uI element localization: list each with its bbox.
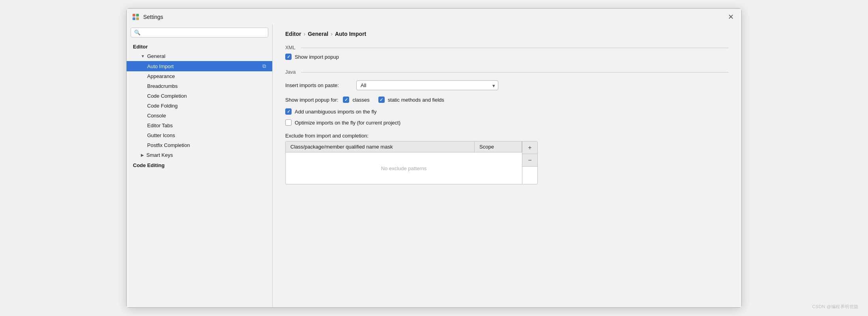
table-col-main: Class/package/member qualified name mask [286,141,475,152]
close-button[interactable]: ✕ [726,13,735,21]
sidebar-item-auto-import[interactable]: Auto Import ⧉ [127,61,272,71]
add-unambiguous-label: Add unambiguous imports on the fly [295,109,376,115]
static-methods-checkbox-wrap[interactable]: ✓ static methods and fields [378,97,444,103]
optimize-imports-label: Optimize imports on the fly (for current… [295,120,400,126]
xml-show-import-popup-label: Show import popup [295,54,339,60]
title-bar: Settings ✕ [127,9,741,24]
search-bar: 🔍 [127,24,272,41]
classes-checkbox-wrap[interactable]: ✓ classes [343,97,369,103]
breadcrumb-general: General [308,31,328,37]
insert-imports-row: Insert imports on paste: All Ask None ▾ [285,75,729,93]
breadcrumb-auto-import: Auto Import [335,31,366,37]
table-data: Class/package/member qualified name mask… [286,141,522,184]
add-unambiguous-check-icon: ✓ [287,110,290,114]
sidebar-item-breadcrumbs[interactable]: Breadcrumbs [127,81,272,91]
xml-content-area: ✓ Show import popup [273,50,741,61]
sidebar-item-label-postfix-completion: Postfix Completion [147,142,190,148]
app-icon [131,13,140,21]
nav-group-general: ▼ General Auto Import ⧉ Appearance Bread… [127,51,272,160]
remove-pattern-button[interactable]: − [522,154,537,167]
no-patterns-label: No exclude patterns [381,156,427,181]
add-unambiguous-row: ✓ Add unambiguous imports on the fly [285,105,729,116]
svg-rect-2 [133,17,135,20]
sidebar-item-label-breadcrumbs: Breadcrumbs [147,83,178,89]
sidebar-item-smart-keys[interactable]: ▶ Smart Keys [127,150,272,160]
classes-label: classes [352,97,369,103]
title-bar-left: Settings [131,13,163,21]
sidebar-item-general[interactable]: ▼ General [127,51,272,61]
java-section-line [301,72,729,72]
xml-section-line [301,48,729,48]
insert-imports-select[interactable]: All Ask None [356,80,498,90]
sidebar-item-label-general: General [147,53,165,59]
insert-imports-label: Insert imports on paste: [285,82,352,88]
sidebar-item-postfix-completion[interactable]: Postfix Completion [127,140,272,150]
optimize-imports-row: Optimize imports on the fly (for current… [285,116,729,127]
classes-checkbox[interactable]: ✓ [343,97,349,103]
sidebar-item-label-code-completion: Code Completion [147,93,187,99]
static-methods-checkbox-check: ✓ [380,98,383,102]
nav-arrow-general: ▼ [141,54,145,58]
breadcrumb-editor: Editor [285,31,301,37]
checkbox-check-icon: ✓ [287,55,290,59]
search-icon: 🔍 [134,30,140,35]
classes-checkbox-check: ✓ [344,98,348,102]
breadcrumb: Editor › General › Auto Import [273,24,741,41]
xml-show-import-popup-row: ✓ Show import popup [285,50,729,61]
sidebar-item-label-editor-tabs: Editor Tabs [147,123,173,128]
exclude-table-body: No exclude patterns [286,152,522,184]
insert-imports-select-wrapper: All Ask None ▾ [356,80,498,90]
svg-rect-0 [133,14,135,17]
svg-rect-1 [136,14,139,17]
breadcrumb-sep2: › [331,31,333,37]
editor-section-label: Editor [127,41,272,51]
window-title: Settings [143,14,163,20]
sidebar-item-appearance[interactable]: Appearance [127,71,272,81]
sidebar-item-label-console: Console [147,113,166,119]
optimize-imports-checkbox-wrap[interactable]: Optimize imports on the fly (for current… [285,119,400,126]
static-methods-checkbox[interactable]: ✓ [378,97,385,103]
sidebar-item-label-gutter-icons: Gutter Icons [147,132,175,138]
xml-show-import-popup-checkbox[interactable]: ✓ [285,54,292,60]
exclude-table: Class/package/member qualified name mask… [285,141,538,184]
copy-icon: ⧉ [262,63,266,69]
code-editing-section-label: Code Editing [127,160,272,170]
main-content: Editor › General › Auto Import XML ✓ Sho… [273,24,741,307]
watermark: CSDN @编程界明世隐 [812,304,859,310]
optimize-imports-checkbox[interactable] [285,119,292,126]
breadcrumb-sep1: › [303,31,305,37]
xml-show-import-popup-checkbox-wrap[interactable]: ✓ Show import popup [285,54,339,60]
search-input-wrap[interactable]: 🔍 [131,28,268,37]
add-unambiguous-checkbox-wrap[interactable]: ✓ Add unambiguous imports on the fly [285,108,376,115]
exclude-table-header: Class/package/member qualified name mask… [286,141,522,152]
xml-section-title: XML [273,41,741,50]
java-section-title: Java [273,65,741,75]
sidebar-item-label-auto-import: Auto Import [147,63,174,69]
exclude-section: Exclude from import and completion: Clas… [285,133,729,184]
svg-rect-3 [136,17,139,20]
sidebar-item-console[interactable]: Console [127,111,272,121]
sidebar-item-label-appearance: Appearance [147,73,175,79]
table-buttons: + − [522,141,537,184]
add-unambiguous-checkbox[interactable]: ✓ [285,108,292,115]
settings-window: Settings ✕ 🔍 Editor ▼ General [126,8,742,308]
nav-arrow-smart-keys: ▶ [141,153,144,157]
show-import-popup-for-label: Show import popup for: [285,97,338,103]
sidebar-item-code-folding[interactable]: Code Folding [127,101,272,111]
sidebar: 🔍 Editor ▼ General Auto Import ⧉ [127,24,273,307]
java-content-area: Insert imports on paste: All Ask None ▾ … [273,75,741,184]
add-pattern-button[interactable]: + [522,141,537,154]
sidebar-item-code-completion[interactable]: Code Completion [127,91,272,101]
static-methods-label: static methods and fields [388,97,444,103]
nav-tree: Editor ▼ General Auto Import ⧉ Appearanc… [127,41,272,307]
sidebar-item-editor-tabs[interactable]: Editor Tabs [127,121,272,130]
exclude-label: Exclude from import and completion: [285,133,729,139]
window-body: 🔍 Editor ▼ General Auto Import ⧉ [127,24,741,307]
xml-section-label: XML [285,45,296,50]
search-input[interactable] [143,30,265,35]
show-import-popup-for-row: Show import popup for: ✓ classes ✓ stati… [285,93,729,105]
table-col-scope: Scope [475,141,522,152]
table-inner: Class/package/member qualified name mask… [286,141,537,184]
java-section-label: Java [285,69,296,75]
sidebar-item-gutter-icons[interactable]: Gutter Icons [127,130,272,140]
